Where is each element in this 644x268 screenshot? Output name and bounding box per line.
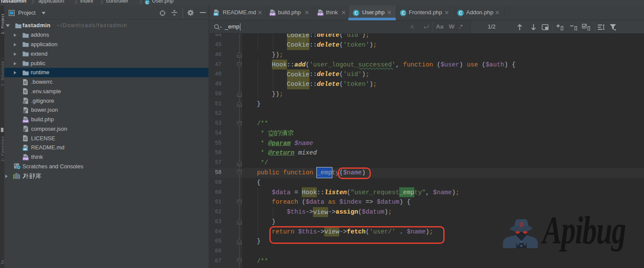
svg-text:C: C [354, 10, 358, 16]
svg-text:PHP: PHP [318, 13, 323, 16]
svg-text:C: C [401, 10, 405, 16]
svg-text:PHP: PHP [23, 120, 28, 123]
svg-text:C: C [459, 10, 462, 16]
svg-text:MD: MD [23, 148, 27, 151]
svg-text:PHP: PHP [270, 13, 275, 16]
svg-text:PHP: PHP [23, 158, 28, 160]
svg-text:@: @ [519, 221, 523, 229]
svg-text:C: C [146, 0, 148, 5]
svg-text:MD: MD [214, 13, 218, 16]
